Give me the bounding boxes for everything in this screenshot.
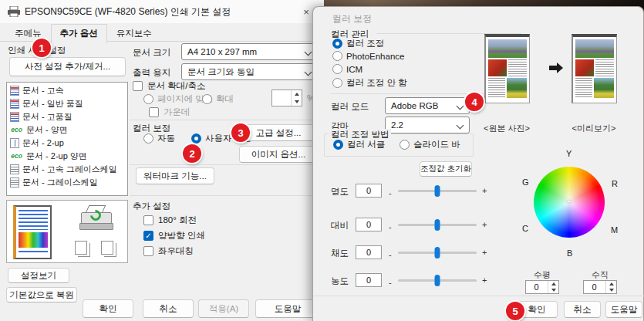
divider: [130, 195, 319, 196]
radio[interactable]: [143, 133, 153, 144]
list-item[interactable]: 문서 - 일반 품질: [7, 97, 127, 110]
list-item[interactable]: 문서 - 고속: [7, 84, 127, 97]
radio-selected[interactable]: [333, 140, 343, 150]
printer-graphic: [79, 205, 113, 233]
minus-label: -: [389, 222, 392, 231]
image-options-button[interactable]: 이미지 옵션...: [239, 146, 318, 163]
plus-label: +: [482, 220, 487, 229]
slider-thumb[interactable]: [435, 275, 440, 286]
wheel-label-g: G: [522, 177, 529, 187]
minus-label: -: [389, 278, 392, 287]
plus-label: +: [482, 186, 487, 195]
auto-radio[interactable]: 자동: [143, 133, 175, 144]
radio[interactable]: [202, 94, 212, 104]
help-button[interactable]: 도움말: [605, 301, 642, 318]
spin-up-icon[interactable]: [291, 90, 302, 98]
cancel-button[interactable]: 취소: [564, 301, 601, 318]
cancel-button[interactable]: 취소: [143, 299, 194, 318]
radio-selected[interactable]: [191, 133, 201, 144]
contrast-slider-row: 대비 0 - +: [329, 217, 521, 234]
radio[interactable]: [400, 140, 410, 150]
show-settings-button[interactable]: 설정보기: [8, 268, 69, 283]
radio[interactable]: [143, 94, 153, 104]
radio[interactable]: [332, 51, 342, 61]
restore-defaults-button[interactable]: 기본값으로 복원: [6, 287, 77, 302]
reset-controls-button[interactable]: 조정값 초기화: [420, 161, 472, 177]
list-item[interactable]: 문서 - 고품질: [7, 110, 127, 123]
add-remove-presets-button[interactable]: 사전 설정 추가/제거...: [9, 57, 126, 76]
vertical-stepper[interactable]: 0: [583, 280, 617, 294]
spin-up-icon[interactable]: [548, 281, 558, 287]
annotation-badge-4: 4: [465, 93, 484, 111]
arrow-right-icon: [549, 66, 557, 70]
checkbox[interactable]: [143, 215, 153, 225]
density-slider[interactable]: [398, 279, 477, 282]
document-size-select[interactable]: A4 210 x 297 mm: [181, 43, 318, 60]
saturation-slider[interactable]: [398, 252, 477, 254]
minus-label: -: [389, 188, 392, 198]
checkbox[interactable]: [133, 81, 143, 91]
list-item[interactable]: 문서 - 2-up: [7, 137, 127, 150]
slider-thumb[interactable]: [435, 247, 440, 258]
advanced-settings-button[interactable]: 고급 설정...: [239, 124, 318, 141]
dialog-title: 컬러 보정: [332, 12, 372, 25]
color-circle-control[interactable]: +: [534, 167, 605, 238]
color-controls-radio[interactable]: 컬러 조정: [332, 38, 384, 49]
checkbox[interactable]: [143, 246, 153, 256]
checkbox[interactable]: [149, 107, 159, 117]
watermark-features-button[interactable]: 워터마크 기능...: [136, 167, 214, 184]
output-paper-select[interactable]: 문서 크기와 동일: [181, 63, 318, 80]
zoom-percent-stepper[interactable]: [271, 90, 302, 106]
list-item[interactable]: 문서 - 고속 그레이스케일: [7, 163, 127, 176]
mirror-image-checkbox[interactable]: 좌우대칭: [143, 245, 194, 257]
no-color-adjustment-radio[interactable]: 컬러 조정 안 함: [332, 77, 407, 89]
rotate-180-checkbox[interactable]: 180° 회전: [143, 215, 197, 226]
color-mode-select[interactable]: Adobe RGB: [385, 97, 470, 114]
list-item[interactable]: 문서 - 그레이스케일: [7, 176, 127, 189]
plus-label: +: [482, 248, 487, 257]
list-item[interactable]: eco문서 - 양면: [7, 123, 127, 137]
tab-more-options[interactable]: 추가 옵션: [51, 24, 107, 44]
document-icon: [10, 86, 19, 96]
zoom-to-radio[interactable]: 확대: [202, 93, 234, 105]
wheel-label-c: C: [522, 224, 528, 233]
radio[interactable]: [332, 64, 342, 74]
annotation-badge-2: 2: [183, 144, 201, 163]
spin-down-icon[interactable]: [291, 98, 302, 106]
contrast-slider[interactable]: [398, 224, 477, 226]
contrast-value[interactable]: 0: [356, 218, 382, 231]
slider-thumb[interactable]: [435, 219, 440, 231]
brightness-value[interactable]: 0: [356, 184, 382, 198]
spin-down-icon[interactable]: [605, 287, 616, 293]
window-title: EPSON9C59CE (WF-4820 Series) 인쇄 기본 설정: [25, 5, 231, 19]
chevron-down-icon: [457, 103, 464, 110]
horizontal-stepper[interactable]: 0: [525, 280, 559, 294]
icm-radio[interactable]: ICM: [332, 64, 362, 74]
minus-label: -: [389, 250, 392, 259]
ok-button[interactable]: 확인: [83, 299, 133, 318]
slide-bar-radio[interactable]: 슬라이드 바: [400, 139, 460, 150]
help-button[interactable]: 도움말: [255, 299, 320, 318]
photoenhance-radio[interactable]: PhotoEnhance: [332, 51, 404, 61]
document-size-label: 문서 크기: [133, 47, 170, 59]
reduce-enlarge-checkbox[interactable]: 문서 확대/축소: [133, 80, 205, 92]
radio[interactable]: [332, 78, 342, 88]
annotation-badge-1: 1: [32, 39, 51, 57]
list-item[interactable]: eco문서 - 2-up 양면: [7, 150, 127, 163]
color-circle-radio[interactable]: 컬러 서클: [333, 139, 385, 150]
checkbox-checked[interactable]: ✓: [143, 231, 153, 241]
spin-up-icon[interactable]: [605, 281, 616, 287]
density-value[interactable]: 0: [356, 273, 382, 287]
saturation-value[interactable]: 0: [356, 245, 382, 259]
saturation-slider-row: 채도 0 - +: [329, 245, 521, 262]
spin-down-icon[interactable]: [548, 287, 558, 293]
gamma-select[interactable]: 2.2: [385, 117, 470, 133]
bidirectional-printing-checkbox[interactable]: ✓ 양방향 인쇄: [143, 230, 205, 242]
apply-button[interactable]: 적용(A): [198, 299, 249, 318]
center-checkbox[interactable]: 가운데: [149, 106, 191, 118]
radio-selected[interactable]: [332, 39, 342, 49]
eco-icon: eco: [10, 125, 23, 135]
slider-thumb[interactable]: [435, 185, 440, 197]
tab-maintenance[interactable]: 유지보수: [107, 24, 161, 44]
brightness-slider[interactable]: [398, 190, 477, 192]
